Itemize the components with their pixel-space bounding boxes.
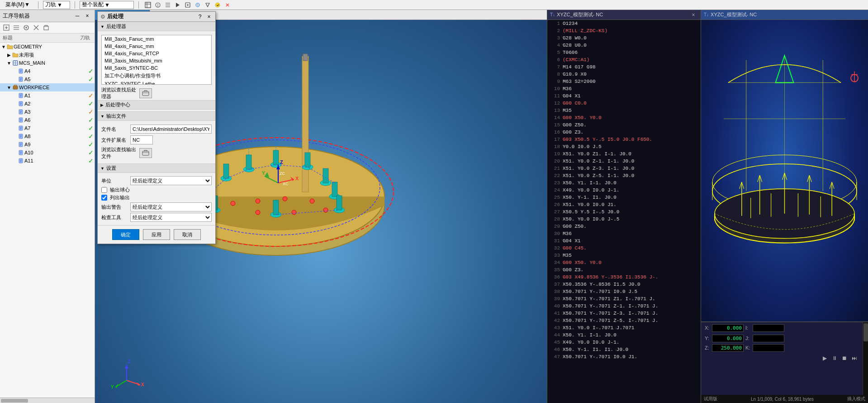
warning-select[interactable]: 经后处理定义 <box>130 202 212 211</box>
nc-line-14[interactable]: 14G00 X50. Y0.0 <box>547 114 701 121</box>
toolbar-dropdown-path[interactable]: 刀轨 ▼ <box>43 1 70 9</box>
tree-expand-unset[interactable]: ▶ <box>6 53 12 58</box>
nav-close-btn[interactable]: × <box>83 11 92 20</box>
nc-line-12[interactable]: 12G00 C0.0 <box>547 100 701 107</box>
nav-tool3[interactable] <box>22 23 31 32</box>
nc-line-4[interactable]: 4G28 U0.0 <box>547 42 701 49</box>
toolbar-btn1[interactable] <box>143 0 152 10</box>
browse-output-btn[interactable] <box>139 148 152 158</box>
nc-line-5[interactable]: 5T0606 <box>547 49 701 56</box>
tree-item-workpiece[interactable]: ▼WORKPIECE <box>0 83 95 91</box>
nc-line-22[interactable]: 22X51. Y0.0 Z-5. I-1. J0.0 <box>547 172 701 179</box>
pp-section-header[interactable]: ▼ 后处理器 <box>98 22 215 31</box>
tree-item-unset[interactable]: ▶未用项 <box>0 51 95 59</box>
fr-scrollbar[interactable] <box>863 322 868 395</box>
nav-scroll-thumb[interactable] <box>1 399 28 403</box>
dialog-apply-btn[interactable]: 应用 <box>143 229 170 240</box>
pp-item-3[interactable]: Mill_3axis_Mitsubishi_mm <box>102 57 211 64</box>
tree-item-a10[interactable]: A10✓ <box>0 149 95 157</box>
coord-j-input[interactable] <box>753 335 784 342</box>
toolbar-btn9[interactable] <box>223 0 232 10</box>
toolbar-btn5[interactable] <box>183 0 192 10</box>
nc-line-45[interactable]: 45X49. Y0.0 I0.0 J-1. <box>547 339 701 346</box>
fr-pause-btn[interactable]: ⏸ <box>830 354 839 363</box>
nc-line-29[interactable]: 29G00 Z50. <box>547 223 701 230</box>
nc-line-37[interactable]: 37X50.3536 Y-.8536 I1.5 J0.0 <box>547 281 701 288</box>
list-output-check[interactable] <box>101 195 107 201</box>
tree-item-a4[interactable]: A4✓ <box>0 67 95 75</box>
nc-line-13[interactable]: 13M35 <box>547 107 701 114</box>
nc-line-40[interactable]: 40X50.7071 Y-.7071 Z-1. I-.7071 J. <box>547 302 701 310</box>
toolbar-btn7[interactable] <box>203 0 212 10</box>
nc-line-43[interactable]: 43X51. Y0.0 I-.7071 J.7071 <box>547 324 701 331</box>
nc-line-24[interactable]: 24X49. Y0.0 I0.0 J-1. <box>547 187 701 194</box>
nc-line-16[interactable]: 16G00 Z3. <box>547 129 701 136</box>
tree-expand-workpiece[interactable]: ▼ <box>6 85 12 90</box>
nav-minimize-btn[interactable]: ─ <box>73 11 82 20</box>
nc-line-19[interactable]: 19X51. Y0.0 Z1. I-1. J0.0 <box>547 150 701 158</box>
toolbar-dropdown-assembly[interactable]: 整个装配 ▼ <box>80 1 134 9</box>
nc-line-28[interactable]: 28X50. Y0.0 I0.0 J-.5 <box>547 216 701 223</box>
nc-line-25[interactable]: 25X50. Y-1. I1. J0.0 <box>547 194 701 201</box>
tree-item-a1[interactable]: A1✓ <box>0 91 95 100</box>
tree-item-a7[interactable]: A7✓ <box>0 124 95 132</box>
nc-line-21[interactable]: 21X51. Y0.0 Z-3. I-1. J0.0 <box>547 165 701 172</box>
nc-line-23[interactable]: 23X50. Y1. I-1. J0.0 <box>547 179 701 187</box>
post-dialog-help-btn[interactable]: ? <box>196 13 204 20</box>
pp-item-5[interactable]: 加工中心调机/作业指导书 <box>102 72 211 80</box>
tree-item-a8[interactable]: A8✓ <box>0 132 95 140</box>
tree-item-mcs_main[interactable]: ▼MCS_MAIN <box>0 59 95 67</box>
extension-input[interactable] <box>130 135 153 144</box>
nc-line-26[interactable]: 26X51. Y0.0 I0.0 J1. <box>547 201 701 208</box>
fr-play-btn[interactable]: ▶ <box>820 354 829 363</box>
settings-section-header[interactable]: ▼ 设置 <box>98 163 215 173</box>
nc-line-32[interactable]: 32G00 C45. <box>547 245 701 252</box>
coord-y-input[interactable] <box>712 335 744 342</box>
nc-line-6[interactable]: 6(CXMC:A1) <box>547 56 701 63</box>
output-spindle-check[interactable] <box>101 187 107 193</box>
nc-line-30[interactable]: 30M36 <box>547 230 701 237</box>
nc-line-34[interactable]: 34G00 X50. Y0.0 <box>547 259 701 266</box>
nc-line-17[interactable]: 17G03 X50.5 Y-.5 I5.0 J0.0 F650. <box>547 136 701 143</box>
nc-close-btn[interactable]: × <box>689 10 698 19</box>
nc-line-11[interactable]: 11G04 X1 <box>547 92 701 100</box>
pp-item-6[interactable]: XYZC_SYNTEC-Lethe <box>102 80 211 85</box>
nc-line-3[interactable]: 3G28 W0.0 <box>547 34 701 42</box>
fr-stop-btn[interactable]: ⏹ <box>840 354 849 363</box>
pp-item-0[interactable]: Mill_3axis_Fanuc_mm <box>102 35 211 43</box>
nav-scrollbar[interactable] <box>0 398 95 403</box>
nc-line-33[interactable]: 33M35 <box>547 252 701 259</box>
nc-line-27[interactable]: 27X50.5 Y.5 I-.5 J0.0 <box>547 208 701 216</box>
nc-line-9[interactable]: 9M63 S2=2000 <box>547 78 701 85</box>
post-dialog-close-btn[interactable]: × <box>205 13 213 20</box>
nc-line-2[interactable]: 2(MILL Z_ZDC-KS) <box>547 27 701 34</box>
tree-item-geometry[interactable]: ▼GEOMETRY <box>0 43 95 51</box>
toolbar-btn4[interactable] <box>173 0 182 10</box>
unit-select[interactable]: 经后处理定义 <box>130 176 212 185</box>
nc-line-36[interactable]: 36G03 X49.8536 Y-.3536 I1.3536 J-. <box>547 273 701 281</box>
tree-expand-mcs_main[interactable]: ▼ <box>6 61 12 66</box>
nc-line-38[interactable]: 38X50.7071 Y-.7071 I0.0 J.5 <box>547 288 701 295</box>
tree-item-a11[interactable]: A11✓ <box>0 157 95 165</box>
nav-tool5[interactable] <box>42 23 51 32</box>
nc-line-35[interactable]: 35G00 Z3. <box>547 266 701 273</box>
tree-expand-geometry[interactable]: ▼ <box>1 44 6 49</box>
menu-file[interactable]: 菜单(M)▼ <box>2 0 33 10</box>
pp-center-header[interactable]: ▶ 后处理中心 <box>98 100 215 110</box>
nc-code-area[interactable]: 1O12342(MILL Z_ZDC-KS)3G28 W0.04G28 U0.0… <box>547 20 701 403</box>
coord-z-input[interactable] <box>712 344 744 352</box>
nc-line-10[interactable]: 10M36 <box>547 85 701 92</box>
dialog-ok-btn[interactable]: 确定 <box>112 229 139 240</box>
nc-line-41[interactable]: 41X50.7071 Y-.7071 Z-3. I-.7071 J. <box>547 310 701 317</box>
nav-tool4[interactable] <box>32 23 41 32</box>
pp-item-2[interactable]: Mill_4axis_Fanuc_RTCP <box>102 50 211 57</box>
nc-line-1[interactable]: 1O1234 <box>547 20 701 27</box>
nc-line-47[interactable]: 47X50.7071 Y-.7071 I0.0 J1. <box>547 353 701 360</box>
tree-item-a5[interactable]: A5✓ <box>0 75 95 83</box>
toolbar-btn2[interactable] <box>153 0 162 10</box>
fr-skip-btn[interactable]: ⏭ <box>850 354 859 363</box>
checktool-select[interactable]: 经后处理定义 <box>130 213 212 222</box>
nc-line-42[interactable]: 42X50.7071 Y-.7071 Z-5. I-.7071 J. <box>547 317 701 324</box>
fr-viewport[interactable] <box>701 20 868 321</box>
coord-i-input[interactable] <box>753 324 784 332</box>
